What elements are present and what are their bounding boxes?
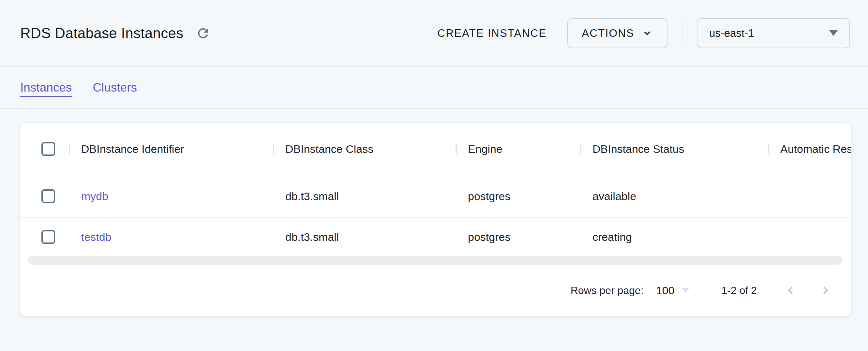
cell-class: db.t3.small xyxy=(273,218,456,256)
page-header: RDS Database Instances CREATE INSTANCE A… xyxy=(0,0,868,67)
instance-link[interactable]: mydb xyxy=(81,190,108,203)
page-title: RDS Database Instances xyxy=(20,25,184,41)
tab-instances[interactable]: Instances xyxy=(20,81,72,95)
actions-button-label: ACTIONS xyxy=(582,27,634,39)
row-checkbox[interactable] xyxy=(41,189,55,203)
main-content: DBInstance Identifier DBInstance Class E… xyxy=(0,123,868,316)
chevron-down-icon xyxy=(641,27,653,39)
column-header-engine[interactable]: Engine xyxy=(456,123,580,175)
column-header-label: Engine xyxy=(468,143,502,155)
table-row[interactable]: testdb db.t3.small postgres creating xyxy=(20,217,851,256)
tab-clusters[interactable]: Clusters xyxy=(93,81,137,95)
row-checkbox[interactable] xyxy=(41,230,55,244)
rds-page: RDS Database Instances CREATE INSTANCE A… xyxy=(0,0,868,316)
cell-class: db.t3.small xyxy=(273,176,456,217)
cell-engine: postgres xyxy=(456,218,580,256)
rows-per-page-label: Rows per page: xyxy=(570,285,644,296)
cell-engine: postgres xyxy=(456,176,580,217)
refresh-icon xyxy=(196,26,211,41)
rows-per-page-caret-icon xyxy=(682,288,689,293)
cell-status: creating xyxy=(580,218,768,256)
column-header-automatic-restart[interactable]: Automatic Res xyxy=(768,123,851,175)
create-instance-button[interactable]: CREATE INSTANCE xyxy=(437,27,547,39)
rows-per-page-value: 100 xyxy=(656,284,675,297)
tab-bar: Instances Clusters xyxy=(0,67,868,109)
next-page-button[interactable] xyxy=(818,283,833,297)
actions-button[interactable]: ACTIONS xyxy=(567,18,668,48)
table-header-row: DBInstance Identifier DBInstance Class E… xyxy=(20,123,851,175)
header-divider xyxy=(682,21,682,45)
instances-table-card: DBInstance Identifier DBInstance Class E… xyxy=(20,123,851,316)
pagination-range: 1-2 of 2 xyxy=(721,285,757,296)
cell-automatic-restart xyxy=(768,176,851,217)
refresh-button[interactable] xyxy=(193,24,213,43)
chevron-left-icon xyxy=(783,283,798,297)
previous-page-button[interactable] xyxy=(783,283,798,297)
dropdown-caret-icon xyxy=(829,30,838,36)
column-header-label: DBInstance Status xyxy=(592,143,684,155)
column-header-label: Automatic Res xyxy=(780,143,851,155)
horizontal-scrollbar[interactable] xyxy=(28,256,843,265)
row-checkbox-cell xyxy=(20,230,69,244)
instance-link[interactable]: testdb xyxy=(81,231,112,244)
cell-identifier: mydb xyxy=(69,176,273,217)
header-checkbox-cell xyxy=(20,142,69,156)
header-title-group: RDS Database Instances xyxy=(20,24,213,43)
pagination-bar: Rows per page: 100 1-2 of 2 xyxy=(20,265,851,316)
column-header-label: DBInstance Identifier xyxy=(81,143,184,155)
region-select-value: us-east-1 xyxy=(709,27,754,39)
chevron-right-icon xyxy=(818,283,833,297)
cell-identifier: testdb xyxy=(69,218,273,256)
column-header-dbinstance-class[interactable]: DBInstance Class xyxy=(273,123,456,175)
column-header-label: DBInstance Class xyxy=(285,143,373,155)
cell-automatic-restart xyxy=(768,218,851,256)
select-all-checkbox[interactable] xyxy=(41,142,55,156)
rows-per-page-select[interactable]: 100 xyxy=(656,284,690,297)
header-actions-group: CREATE INSTANCE ACTIONS us-east-1 xyxy=(437,18,850,48)
row-checkbox-cell xyxy=(20,189,69,203)
table-row[interactable]: mydb db.t3.small postgres available xyxy=(20,175,851,217)
region-select[interactable]: us-east-1 xyxy=(697,18,850,48)
column-header-dbinstance-identifier[interactable]: DBInstance Identifier xyxy=(69,123,273,175)
column-header-dbinstance-status[interactable]: DBInstance Status xyxy=(580,123,768,175)
cell-status: available xyxy=(580,176,768,217)
